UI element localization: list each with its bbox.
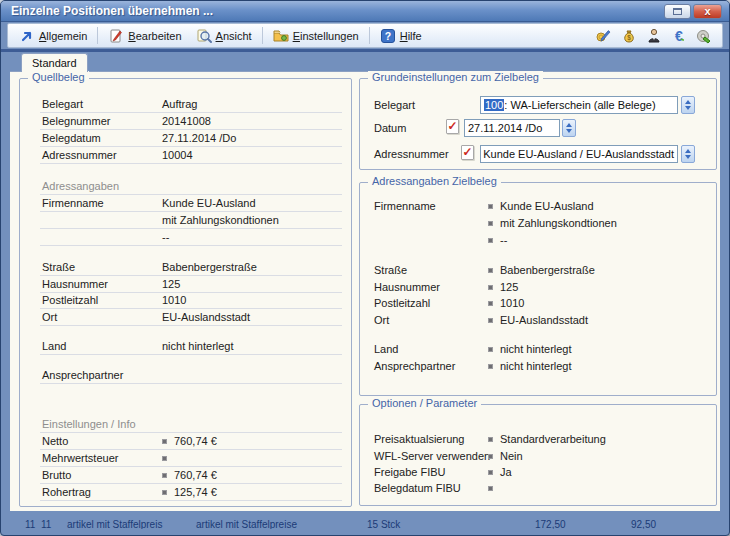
menu-ansicht[interactable]: Ansicht [189, 26, 259, 46]
field-value: Babenbergerstraße [500, 264, 595, 276]
toolbar-underline [1, 49, 729, 52]
menu-allgemein[interactable]: Allgemein [12, 26, 94, 46]
grid-cell: 92,50 [631, 519, 656, 529]
field-value: nicht hinterlegt [500, 343, 572, 355]
field-label: Hausnummer [42, 278, 108, 290]
field-value: Kunde EU-Ausland [162, 197, 256, 209]
field-label: WFL-Server verwenden [374, 450, 490, 462]
field-label: Belegdatum [42, 132, 101, 144]
field-label: Datum [374, 122, 406, 134]
adressnummer-check-icon[interactable]: ✓ [461, 145, 474, 160]
grid-cell: artikel mit Staffelpreis [67, 519, 162, 529]
close-button[interactable]: x [693, 4, 722, 19]
money-bag-icon[interactable]: $ [621, 28, 637, 44]
bullet-icon [488, 364, 493, 369]
field-label: Straße [42, 261, 75, 273]
field-value: 125 [500, 281, 518, 293]
table-row: -- [40, 230, 342, 246]
table-row: Postleitzahl1010 [40, 293, 342, 309]
bullet-icon [488, 454, 493, 459]
table-row: -- [374, 234, 706, 249]
adressnummer-select[interactable]: 10004: Kunde EU-Ausland / EU-Auslandssta… [480, 145, 678, 163]
table-row: StraßeBabenbergerstraße [40, 260, 342, 276]
field-label: Hausnummer [374, 281, 440, 293]
bullet-icon [488, 318, 493, 323]
adressnummer-spinner[interactable] [681, 145, 695, 163]
field-label: Postleitzahl [374, 297, 430, 309]
table-row: OrtEU-Auslandsstadt [40, 310, 342, 326]
spin-down-icon [566, 129, 572, 133]
field-value: -- [500, 234, 507, 246]
field-value: nicht hinterlegt [162, 340, 234, 352]
tab-page: Quellbeleg BelegartAuftrag Belegnummer20… [10, 71, 720, 511]
table-row: Rohertrag125,74 € [40, 485, 342, 501]
restore-icon [673, 8, 682, 15]
group-quellbeleg: Quellbeleg BelegartAuftrag Belegnummer20… [19, 78, 352, 507]
field-label: Freigabe FIBU [374, 466, 446, 478]
table-row: OrtEU-Auslandsstadt [374, 314, 706, 329]
menu-bearbeiten[interactable]: Bearbeiten [101, 26, 188, 46]
toolbar-separator [97, 27, 98, 44]
belegart-spinner[interactable] [681, 96, 695, 114]
title-bar[interactable]: Einzelne Positionen übernehmen ... x [1, 1, 729, 22]
datum-spinner[interactable] [562, 119, 576, 137]
field-value: 27.11.2014 /Do [162, 132, 236, 144]
spin-up-icon [566, 123, 572, 127]
table-row: Mehrwertsteuer [40, 451, 342, 467]
bullet-icon [488, 285, 493, 290]
field-value: mit Zahlungskondtionen [500, 217, 617, 229]
svg-text:?: ? [384, 30, 390, 42]
person-icon[interactable] [646, 28, 662, 44]
table-row: Landnicht hinterlegt [374, 343, 706, 358]
table-row: Hausnummer125 [374, 281, 706, 296]
table-row: Belegnummer20141008 [40, 114, 342, 130]
datum-input[interactable]: 27.11.2014 /Do [464, 119, 560, 137]
bullet-icon [162, 490, 167, 495]
help-icon: ? [380, 28, 396, 44]
table-row: BelegartAuftrag [40, 97, 342, 113]
field-label: Straße [374, 264, 407, 276]
pen-coins-icon[interactable] [596, 28, 612, 44]
spin-down-icon [685, 155, 691, 159]
field-label: Mehrwertsteuer [42, 452, 118, 464]
grid-cell: 11 [41, 519, 51, 529]
field-label: Land [42, 340, 66, 352]
magnifier-icon [196, 28, 212, 44]
bullet-icon [488, 301, 493, 306]
datum-check-icon[interactable]: ✓ [446, 119, 459, 134]
field-label: Adressnummer [374, 148, 449, 160]
table-row: FirmennameKunde EU-Ausland [40, 196, 342, 212]
field-label: Ansprechpartner [42, 369, 123, 381]
group-title: Optionen / Parameter [368, 397, 481, 409]
field-value: Nein [500, 450, 523, 462]
field-value: mit Zahlungskondtionen [162, 214, 279, 226]
restore-button[interactable] [664, 4, 691, 19]
field-value: 1010 [162, 294, 186, 306]
belegart-select[interactable]: 100 : WA-Lieferschein (alle Belege) [480, 96, 678, 114]
edit-page-icon [108, 28, 124, 44]
spin-up-icon [685, 149, 691, 153]
window-title: Einzelne Positionen übernehmen ... [11, 4, 213, 18]
table-row: PreisaktualsierungStandardverarbeitung [374, 433, 706, 448]
tab-standard[interactable]: Standard [21, 53, 88, 72]
package-icon[interactable] [696, 28, 712, 44]
grid-cell: 15 Stck [367, 519, 400, 529]
field-label: Firmenname [374, 200, 436, 212]
group-title: Quellbeleg [28, 71, 89, 83]
field-value: Babenbergerstraße [162, 261, 257, 273]
toolbar-separator [369, 27, 370, 44]
euro-icon[interactable]: € [671, 28, 687, 44]
grid-cell: artikel mit Staffelpreise [196, 519, 297, 529]
table-row: Adressnummer10004 [40, 148, 342, 164]
menu-einstellungen[interactable]: Einstellungen [266, 26, 366, 46]
field-label: Belegart [374, 99, 415, 111]
svg-text:$: $ [627, 34, 631, 42]
bullet-icon [162, 473, 167, 478]
spin-down-icon [685, 106, 691, 110]
field-value: 1010 [500, 297, 524, 309]
bullet-icon [162, 439, 167, 444]
menu-hilfe[interactable]: ? Hilfe [373, 26, 429, 46]
field-label: Netto [42, 435, 68, 447]
close-icon: x [704, 5, 710, 17]
table-row: Landnicht hinterlegt [40, 339, 342, 355]
